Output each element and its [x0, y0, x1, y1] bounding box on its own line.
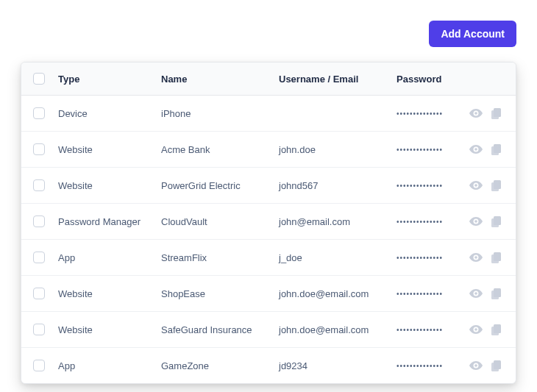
cell-type: App — [58, 252, 161, 263]
row-checkbox[interactable] — [33, 324, 45, 335]
table-row: Website Acme Bank john.doe •••••••••••••… — [21, 132, 516, 168]
copy-icon[interactable] — [489, 358, 504, 373]
cell-password-mask: •••••••••••••• — [396, 290, 463, 298]
cell-type: Website — [58, 324, 161, 335]
eye-icon[interactable] — [469, 358, 483, 373]
cell-name: ShopEase — [161, 288, 279, 299]
table-header-row: Type Name Username / Email Password — [21, 63, 516, 96]
cell-username: johnd567 — [279, 180, 396, 191]
table-row: Website SafeGuard Insurance john.doe@ema… — [21, 312, 516, 348]
row-checkbox[interactable] — [33, 179, 45, 191]
cell-name: Acme Bank — [161, 144, 279, 155]
add-account-button[interactable]: Add Account — [429, 21, 516, 47]
cell-username: jd9234 — [279, 360, 396, 371]
copy-icon[interactable] — [489, 250, 504, 265]
cell-password-mask: •••••••••••••• — [396, 218, 463, 226]
row-checkbox[interactable] — [33, 107, 45, 119]
row-checkbox[interactable] — [33, 143, 45, 155]
cell-password-mask: •••••••••••••• — [396, 254, 463, 262]
copy-icon[interactable] — [489, 322, 504, 337]
copy-icon[interactable] — [489, 214, 504, 229]
cell-password-mask: •••••••••••••• — [396, 326, 463, 334]
header-name: Name — [161, 74, 279, 85]
eye-icon[interactable] — [469, 286, 483, 301]
cell-type: Website — [58, 180, 161, 191]
row-checkbox[interactable] — [33, 215, 45, 227]
cell-name: PowerGrid Electric — [161, 180, 279, 191]
cell-username: john.doe@email.com — [279, 288, 396, 299]
cell-type: App — [58, 360, 161, 371]
table-row: Website ShopEase john.doe@email.com ••••… — [21, 276, 516, 312]
table-row: Website PowerGrid Electric johnd567 ••••… — [21, 168, 516, 204]
cell-password-mask: •••••••••••••• — [396, 182, 463, 190]
eye-icon[interactable] — [469, 142, 483, 157]
cell-name: CloudVault — [161, 216, 279, 227]
cell-password-mask: •••••••••••••• — [396, 362, 463, 370]
cell-type: Website — [58, 288, 161, 299]
top-bar: Add Account — [21, 21, 516, 47]
copy-icon[interactable] — [489, 142, 504, 157]
header-password: Password — [396, 74, 504, 85]
select-all-checkbox[interactable] — [33, 73, 45, 85]
cell-password-mask: •••••••••••••• — [396, 146, 463, 154]
row-checkbox[interactable] — [33, 360, 45, 371]
table-row: App StreamFlix j_doe •••••••••••••• — [21, 240, 516, 276]
cell-type: Password Manager — [58, 216, 161, 227]
cell-name: SafeGuard Insurance — [161, 324, 279, 335]
cell-username: john@email.com — [279, 216, 396, 227]
copy-icon[interactable] — [489, 286, 504, 301]
table-row: Device iPhone •••••••••••••• — [21, 96, 516, 132]
eye-icon[interactable] — [469, 178, 483, 193]
cell-type: Device — [58, 108, 161, 119]
cell-name: StreamFlix — [161, 252, 279, 263]
cell-password-mask: •••••••••••••• — [396, 110, 463, 118]
eye-icon[interactable] — [469, 106, 483, 121]
eye-icon[interactable] — [469, 250, 483, 265]
eye-icon[interactable] — [469, 322, 483, 337]
copy-icon[interactable] — [489, 178, 504, 193]
table-row: App GameZone jd9234 •••••••••••••• — [21, 348, 516, 383]
accounts-table: Type Name Username / Email Password Devi… — [21, 62, 516, 384]
cell-username: john.doe@email.com — [279, 324, 396, 335]
cell-username: john.doe — [279, 144, 396, 155]
cell-username: j_doe — [279, 252, 396, 263]
cell-type: Website — [58, 144, 161, 155]
table-row: Password Manager CloudVault john@email.c… — [21, 204, 516, 240]
cell-name: GameZone — [161, 360, 279, 371]
row-checkbox[interactable] — [33, 252, 45, 263]
header-username: Username / Email — [279, 74, 396, 85]
copy-icon[interactable] — [489, 106, 504, 121]
eye-icon[interactable] — [469, 214, 483, 229]
row-checkbox[interactable] — [33, 288, 45, 299]
cell-name: iPhone — [161, 108, 279, 119]
header-type: Type — [58, 74, 161, 85]
